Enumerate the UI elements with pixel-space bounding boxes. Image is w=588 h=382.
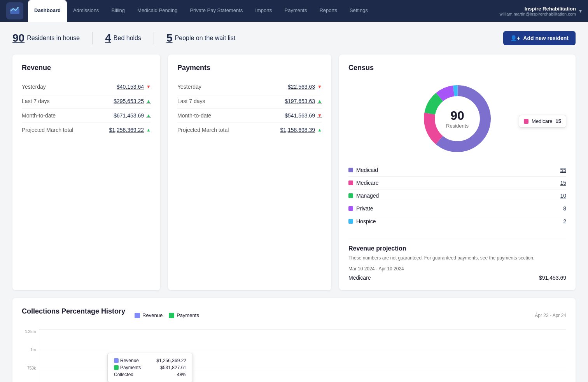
payments-yesterday-value[interactable]: $22,563.63 ▼ xyxy=(288,84,322,90)
payments-yesterday: Yesterday $22,563.63 ▼ xyxy=(177,80,322,94)
hospice-label: Hospice xyxy=(356,218,376,224)
y-label-750k: 750k xyxy=(22,366,36,370)
legend-medicare: Medicare 15 xyxy=(348,177,566,189)
y-axis: 1.25m 1m 750k 500k 250k xyxy=(22,329,39,382)
cards-row-1: Revenue Yesterday $40,153.64 ▼ Last 7 da… xyxy=(12,54,576,290)
add-resident-label: Add new resident xyxy=(523,35,569,41)
nav-dashboard[interactable]: Dashboard xyxy=(28,0,67,22)
nav-admissions[interactable]: Admissions xyxy=(67,0,105,22)
revenue-mtd-label: Month-to-date xyxy=(22,112,56,119)
rev-proj-medicare-label: Medicare xyxy=(348,275,371,281)
arrow-up-icon: ▲ xyxy=(146,98,151,104)
payments-mtd: Month-to-date $541,563.69 ▼ xyxy=(177,109,322,123)
revenue-mtd: Month-to-date $671,453.69 ▲ xyxy=(22,109,151,123)
wait-list-count: 5 xyxy=(166,32,173,44)
managed-count[interactable]: 10 xyxy=(560,193,566,199)
revenue-7days-label: Last 7 days xyxy=(22,98,50,104)
arrow-up-icon-3: ▲ xyxy=(146,127,151,133)
nav-payments[interactable]: Payments xyxy=(278,0,313,22)
payments-card: Payments Yesterday $22,563.63 ▼ Last 7 d… xyxy=(168,54,331,290)
revenue-projected-value[interactable]: $1,256,369.22 ▲ xyxy=(109,127,151,133)
revenue-projection: Revenue projection These numbers are not… xyxy=(348,237,566,281)
chevron-down-icon: ▾ xyxy=(579,8,582,14)
nav-imports[interactable]: Imports xyxy=(249,0,278,22)
nav-reports[interactable]: Reports xyxy=(313,0,343,22)
hospice-count[interactable]: 2 xyxy=(563,218,566,224)
tooltip-revenue-value: $1,256,369.22 xyxy=(156,358,186,363)
revenue-yesterday-value[interactable]: $40,153.64 ▼ xyxy=(117,84,151,90)
rev-proj-desc: These numbers are not guaranteed. For gu… xyxy=(348,254,566,261)
medicare-tooltip-dot xyxy=(524,119,528,124)
medicare-dot xyxy=(348,180,353,185)
census-tooltip: Medicare 15 xyxy=(519,115,566,128)
nav-private-pay[interactable]: Private Pay Statements xyxy=(184,0,249,22)
payments-projected: Projected March total $1,158,698.39 ▲ xyxy=(177,123,322,137)
rev-proj-date: Mar 10 2024 - Apr 10 2024 xyxy=(348,266,566,272)
payments-mtd-value[interactable]: $541,563.69 ▼ xyxy=(285,112,322,119)
payments-projected-label: Projected March total xyxy=(177,127,229,133)
managed-dot xyxy=(348,193,353,198)
app-logo xyxy=(6,2,23,19)
user-info: Inspire Rehabilitation william.martin@in… xyxy=(500,6,576,16)
residents-label: Residents in house xyxy=(27,35,80,42)
wait-list-stat[interactable]: 5 People on the wait list xyxy=(166,32,248,44)
tooltip-label: Medicare xyxy=(532,118,552,124)
y-label-125m: 1.25m xyxy=(22,329,36,334)
legend-private: Private 8 xyxy=(348,202,566,215)
payments-title: Payments xyxy=(177,64,322,72)
payments-legend-label: Payments xyxy=(177,312,199,318)
cards-row-2: Collections Percentage History Revenue P… xyxy=(12,298,576,382)
y-label-1m: 1m xyxy=(22,348,36,352)
revenue-legend-label: Revenue xyxy=(142,312,163,318)
gridline-2 xyxy=(39,350,566,350)
hospice-dot xyxy=(348,219,353,224)
revenue-legend-item: Revenue xyxy=(135,312,163,318)
payments-swatch xyxy=(169,313,174,318)
tooltip-revenue-row: Revenue $1,256,369.22 xyxy=(114,358,186,363)
census-chart-area: 90 Residents Medicare 15 xyxy=(348,80,566,158)
revenue-mtd-value[interactable]: $671,453.69 ▲ xyxy=(114,112,151,119)
medicare-count[interactable]: 15 xyxy=(560,180,566,186)
revenue-7days-value[interactable]: $295,653.25 ▲ xyxy=(114,98,151,104)
arrow-down-icon-p: ▼ xyxy=(317,84,322,89)
private-count[interactable]: 8 xyxy=(563,205,566,212)
stats-bar: 90 Residents in house 4 Bed holds 5 Peop… xyxy=(12,31,576,45)
private-dot xyxy=(348,206,353,211)
chart-tooltip: Revenue $1,256,369.22 Payments $531,827.… xyxy=(107,353,193,382)
private-label: Private xyxy=(356,205,373,212)
tooltip-payments-value: $531,827.61 xyxy=(160,365,186,370)
add-resident-button[interactable]: 👤+ Add new resident xyxy=(503,31,576,45)
census-legend: Medicaid 55 Medicare 15 Managed xyxy=(348,164,566,228)
tooltip-collected-row: Collected 48% xyxy=(114,372,186,377)
census-card: Census xyxy=(339,54,576,290)
donut-center: 90 Residents xyxy=(446,109,469,129)
revenue-swatch xyxy=(135,313,140,318)
medicaid-dot xyxy=(348,168,353,172)
arrow-down-icon: ▼ xyxy=(146,84,151,89)
user-menu[interactable]: Inspire Rehabilitation william.martin@in… xyxy=(500,6,582,16)
payments-tooltip-swatch xyxy=(114,365,119,370)
payments-7days-value[interactable]: $197,653.63 ▲ xyxy=(285,98,322,104)
census-total-label: Residents xyxy=(446,123,469,129)
navbar: Dashboard Admissions Billing Medicaid Pe… xyxy=(0,0,588,22)
nav-settings[interactable]: Settings xyxy=(343,0,374,22)
residents-stat[interactable]: 90 Residents in house xyxy=(12,32,93,44)
chart-date-range: Apr 23 - Apr 24 xyxy=(535,313,566,318)
collections-title: Collections Percentage History xyxy=(22,307,125,315)
nav-medicaid-pending[interactable]: Medicaid Pending xyxy=(131,0,184,22)
nav-items: Dashboard Admissions Billing Medicaid Pe… xyxy=(28,0,500,22)
medicaid-count[interactable]: 55 xyxy=(560,167,566,173)
tooltip-revenue-label: Revenue xyxy=(114,358,139,363)
revenue-projected-label: Projected March total xyxy=(22,127,73,133)
nav-billing[interactable]: Billing xyxy=(105,0,131,22)
revenue-yesterday: Yesterday $40,153.64 ▼ xyxy=(22,80,151,94)
tooltip-collected-label: Collected xyxy=(114,372,133,377)
tooltip-collected-value: 48% xyxy=(177,372,186,377)
bed-holds-stat[interactable]: 4 Bed holds xyxy=(105,32,154,44)
rev-proj-medicare-row: Medicare $91,453.69 xyxy=(348,275,566,281)
collections-card: Collections Percentage History Revenue P… xyxy=(12,298,576,382)
tooltip-payments-label: Payments xyxy=(114,365,141,370)
payments-projected-value[interactable]: $1,158,698.39 ▲ xyxy=(280,127,322,133)
revenue-7days: Last 7 days $295,653.25 ▲ xyxy=(22,94,151,109)
chart-container: 1.25m 1m 750k 500k 250k xyxy=(22,329,566,382)
